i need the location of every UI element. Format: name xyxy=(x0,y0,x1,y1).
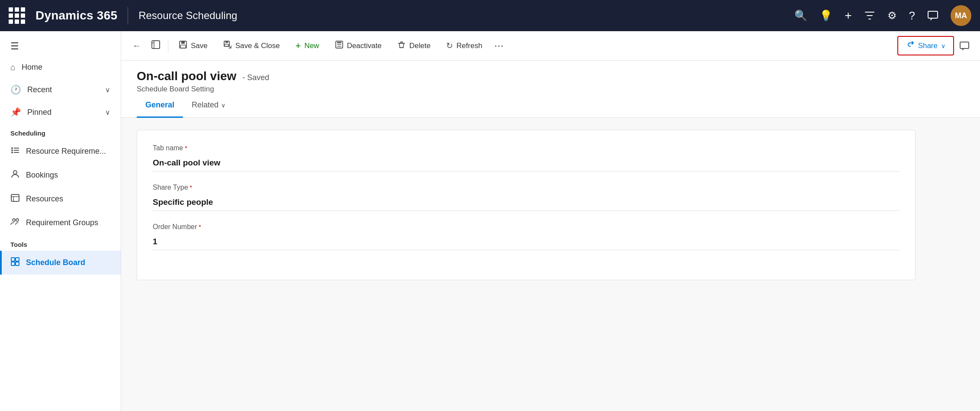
apps-grid-icon[interactable] xyxy=(9,7,25,24)
sidebar-item-label: Resources xyxy=(26,194,63,204)
resources-icon xyxy=(10,193,20,205)
sidebar-item-label: Schedule Board xyxy=(26,258,85,267)
lightbulb-icon[interactable]: 💡 xyxy=(819,10,832,22)
svg-rect-25 xyxy=(337,42,341,43)
svg-point-1 xyxy=(11,147,13,149)
chevron-down-icon: ∨ xyxy=(221,102,225,109)
delete-button[interactable]: Delete xyxy=(390,37,437,55)
sidebar-item-bookings[interactable]: Bookings xyxy=(0,163,121,187)
help-icon[interactable]: ? xyxy=(909,9,915,23)
svg-rect-20 xyxy=(180,45,186,48)
share-button[interactable]: Share ∨ xyxy=(897,36,954,55)
expand-button[interactable] xyxy=(147,37,164,55)
sidebar-item-home[interactable]: ⌂ Home xyxy=(0,56,121,78)
new-button[interactable]: + New xyxy=(289,37,326,55)
svg-rect-16 xyxy=(16,262,19,265)
record-status: - Saved xyxy=(242,73,269,82)
sidebar-item-requirement-groups[interactable]: Requirement Groups xyxy=(0,211,121,235)
section-tools: Tools xyxy=(0,235,121,251)
nav-divider xyxy=(128,7,128,24)
delete-icon xyxy=(397,40,406,51)
share-type-value[interactable]: Specific people xyxy=(153,194,900,211)
top-nav-icons: 🔍 💡 + ⚙ ? MA xyxy=(794,5,971,26)
svg-point-11 xyxy=(13,219,15,221)
svg-rect-8 xyxy=(11,194,19,201)
order-number-label: Order Number * xyxy=(153,223,900,231)
svg-rect-23 xyxy=(225,44,228,46)
search-icon[interactable]: 🔍 xyxy=(794,10,807,22)
pinned-icon: 📌 xyxy=(10,107,21,117)
record-subtitle: Schedule Board Setting xyxy=(137,85,964,94)
command-bar: ← Save Save & Close + xyxy=(121,31,980,61)
sidebar: ☰ ⌂ Home 🕐 Recent ∨ 📌 Pinned ∨ Schedulin… xyxy=(0,31,121,411)
svg-point-3 xyxy=(11,149,13,151)
back-button[interactable]: ← xyxy=(128,37,145,55)
svg-rect-2 xyxy=(14,148,19,149)
svg-rect-15 xyxy=(11,262,15,265)
save-button[interactable]: Save xyxy=(172,37,215,55)
svg-rect-19 xyxy=(181,41,185,44)
share-type-label: Share Type * xyxy=(153,184,900,191)
svg-rect-6 xyxy=(14,152,19,153)
svg-rect-22 xyxy=(225,41,228,43)
tab-name-field: Tab name * On-call pool view xyxy=(153,144,900,172)
home-icon: ⌂ xyxy=(10,62,16,72)
sidebar-item-recent[interactable]: 🕐 Recent ∨ xyxy=(0,78,121,101)
sidebar-item-label: Resource Requireme... xyxy=(26,147,106,156)
svg-rect-28 xyxy=(960,42,969,49)
sidebar-item-label: Pinned xyxy=(27,108,51,117)
sidebar-item-label: Requirement Groups xyxy=(26,218,98,227)
sidebar-item-resource-requirements[interactable]: Resource Requireme... xyxy=(0,139,121,163)
form-card: Tab name * On-call pool view Share Type … xyxy=(137,130,916,280)
tab-general[interactable]: General xyxy=(137,94,183,118)
settings-icon[interactable]: ⚙ xyxy=(887,10,897,22)
svg-rect-4 xyxy=(14,150,19,151)
filter-icon[interactable] xyxy=(864,10,875,21)
recent-icon: 🕐 xyxy=(10,84,21,95)
tab-name-value[interactable]: On-call pool view xyxy=(153,155,900,172)
share-chevron-icon: ∨ xyxy=(941,42,945,49)
svg-rect-13 xyxy=(11,258,15,261)
share-type-field: Share Type * Specific people xyxy=(153,184,900,211)
svg-rect-26 xyxy=(337,44,341,45)
module-title: Resource Scheduling xyxy=(138,10,237,22)
svg-rect-27 xyxy=(337,46,341,47)
sidebar-item-pinned[interactable]: 📌 Pinned ∨ xyxy=(0,101,121,123)
order-number-value[interactable]: 1 xyxy=(153,233,900,250)
avatar[interactable]: MA xyxy=(951,5,971,26)
deactivate-icon xyxy=(335,40,344,51)
svg-point-7 xyxy=(13,171,17,174)
required-indicator: * xyxy=(190,184,192,191)
content-area: ← Save Save & Close + xyxy=(121,31,980,411)
tab-name-label: Tab name * xyxy=(153,144,900,152)
record-title: On-call pool view xyxy=(137,69,236,83)
svg-point-5 xyxy=(11,152,13,153)
chat-icon[interactable] xyxy=(927,10,938,21)
required-indicator: * xyxy=(185,145,187,152)
save-close-icon xyxy=(223,40,232,51)
more-options-button[interactable]: ⋯ xyxy=(491,38,507,54)
list-icon xyxy=(10,146,20,157)
sidebar-item-schedule-board[interactable]: Schedule Board xyxy=(0,251,121,275)
tab-related[interactable]: Related ∨ xyxy=(183,94,234,118)
svg-rect-17 xyxy=(152,41,160,49)
sidebar-toggle[interactable]: ☰ xyxy=(0,36,121,56)
activity-chat-icon[interactable] xyxy=(956,37,973,55)
tabs-bar: General Related ∨ xyxy=(121,94,980,118)
order-number-field: Order Number * 1 xyxy=(153,223,900,250)
schedule-board-icon xyxy=(10,257,20,269)
form-area: Tab name * On-call pool view Share Type … xyxy=(121,118,980,411)
save-icon xyxy=(179,40,187,51)
sidebar-item-resources[interactable]: Resources xyxy=(0,187,121,211)
expand-icon xyxy=(151,40,161,52)
svg-point-12 xyxy=(16,219,19,221)
section-scheduling: Scheduling xyxy=(0,123,121,139)
svg-rect-0 xyxy=(928,11,938,18)
add-icon[interactable]: + xyxy=(845,9,851,23)
required-indicator: * xyxy=(199,223,201,230)
chevron-down-icon: ∨ xyxy=(105,86,110,94)
save-close-button[interactable]: Save & Close xyxy=(216,37,287,55)
main-layout: ☰ ⌂ Home 🕐 Recent ∨ 📌 Pinned ∨ Schedulin… xyxy=(0,31,980,411)
deactivate-button[interactable]: Deactivate xyxy=(328,37,389,55)
refresh-button[interactable]: ↻ Refresh xyxy=(439,37,489,54)
